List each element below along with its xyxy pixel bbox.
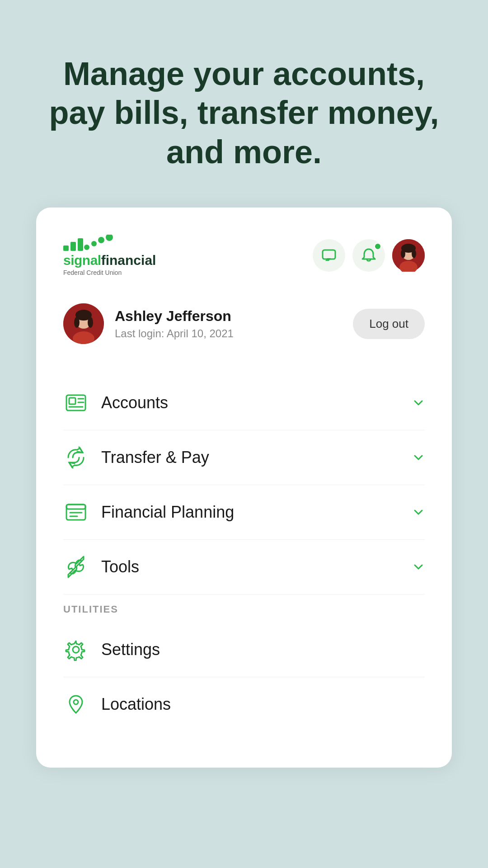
user-last-login: Last login: April 10, 2021 [115, 327, 234, 340]
logo-text: signalfinancial [63, 253, 156, 268]
chat-icon [321, 247, 337, 264]
menu-item-transfer-pay[interactable]: Transfer & Pay [63, 430, 425, 485]
notification-dot [374, 243, 381, 250]
svg-point-18 [74, 317, 80, 328]
menu-item-locations[interactable]: Locations [63, 677, 425, 731]
settings-icon [63, 637, 89, 662]
main-card: signalfinancial Federal Credit Union [36, 208, 452, 768]
menu-list: Accounts Transfer & Pay [63, 376, 425, 731]
user-avatar [63, 303, 104, 344]
svg-rect-1 [70, 242, 76, 251]
transfer-pay-label: Transfer & Pay [101, 448, 412, 467]
svg-rect-0 [63, 245, 69, 251]
tools-label: Tools [101, 557, 412, 576]
logo-subtext: Federal Credit Union [63, 269, 122, 276]
logo-graphic [63, 235, 117, 251]
settings-label: Settings [101, 640, 425, 659]
locations-label: Locations [101, 695, 425, 714]
svg-point-6 [106, 235, 113, 241]
logo-svg [63, 235, 117, 251]
svg-point-13 [412, 249, 416, 258]
svg-rect-7 [323, 250, 335, 259]
accounts-label: Accounts [101, 393, 412, 412]
locations-icon [63, 692, 89, 717]
user-section: Ashley Jefferson Last login: April 10, 2… [63, 303, 425, 344]
svg-rect-21 [69, 398, 75, 404]
svg-rect-26 [66, 505, 85, 509]
logo: signalfinancial Federal Credit Union [63, 235, 156, 276]
accounts-chevron [412, 396, 425, 409]
user-name: Ashley Jefferson [115, 308, 234, 325]
notification-button[interactable] [352, 239, 385, 272]
transfer-pay-chevron [412, 451, 425, 464]
logo-financial: financial [101, 253, 156, 268]
menu-item-tools[interactable]: Tools [63, 540, 425, 594]
tools-chevron [412, 561, 425, 573]
user-info: Ashley Jefferson Last login: April 10, 2… [63, 303, 234, 344]
financial-planning-chevron [412, 506, 425, 519]
svg-point-29 [73, 646, 79, 653]
menu-item-accounts[interactable]: Accounts [63, 376, 425, 430]
menu-item-financial-planning[interactable]: Financial Planning [63, 485, 425, 540]
logout-button[interactable]: Log out [353, 309, 425, 339]
accounts-icon [63, 390, 89, 415]
logo-signal: signal [63, 253, 101, 268]
card-header: signalfinancial Federal Credit Union [63, 235, 425, 276]
utilities-label: UTILITIES [63, 604, 425, 615]
svg-point-4 [91, 241, 97, 246]
hero-section: Manage your accounts, pay bills, transfe… [0, 0, 488, 208]
header-icons [313, 239, 425, 272]
chat-button[interactable] [313, 239, 345, 272]
financial-planning-label: Financial Planning [101, 503, 412, 522]
svg-point-5 [98, 237, 104, 243]
svg-point-30 [74, 700, 78, 704]
avatar-svg [392, 239, 425, 272]
svg-rect-2 [78, 238, 83, 251]
svg-point-3 [84, 245, 89, 250]
bell-icon [361, 247, 377, 264]
user-details: Ashley Jefferson Last login: April 10, 2… [115, 308, 234, 340]
transfer-pay-icon [63, 445, 89, 470]
svg-point-19 [88, 317, 93, 328]
hero-title: Manage your accounts, pay bills, transfe… [36, 54, 452, 171]
svg-point-12 [401, 249, 405, 258]
financial-planning-icon [63, 500, 89, 525]
menu-item-settings[interactable]: Settings [63, 623, 425, 677]
tools-icon [63, 554, 89, 580]
header-avatar[interactable] [392, 239, 425, 272]
user-avatar-svg [63, 303, 104, 344]
